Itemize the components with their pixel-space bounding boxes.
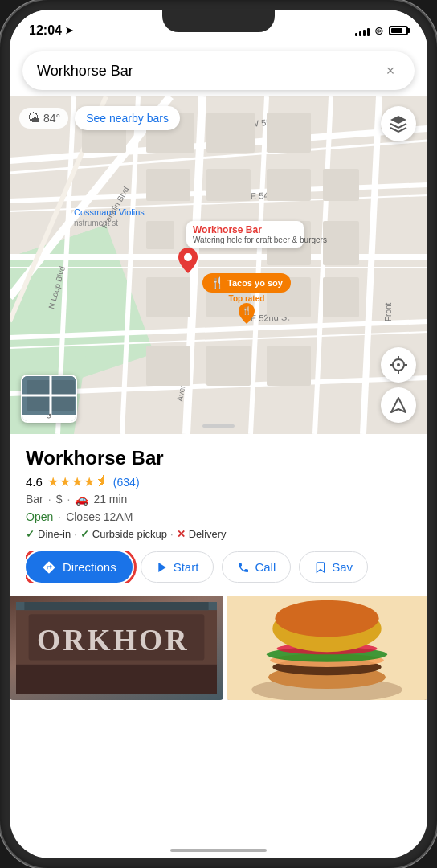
thumbnail-map [22, 376, 77, 415]
save-button[interactable]: Sav [299, 551, 368, 583]
map-pin-tacos[interactable]: 🍴 Tacos yo soy Top rated 🍴 [202, 273, 291, 324]
svg-rect-33 [267, 169, 311, 201]
svg-text:Front: Front [384, 302, 393, 321]
battery-icon [389, 26, 408, 35]
svg-rect-32 [206, 169, 251, 201]
notch [162, 10, 275, 32]
svg-rect-41 [323, 277, 359, 317]
directions-button[interactable]: Directions [26, 551, 133, 583]
svg-rect-66 [16, 665, 217, 694]
svg-rect-37 [323, 221, 359, 265]
map-pin-workhorse[interactable]: Workhorse Bar Watering hole for craft be… [178, 221, 304, 272]
details-row: Bar · $ · 🚗 21 min [26, 493, 411, 506]
close-time: Closes 12AM [66, 510, 133, 523]
svg-rect-43 [206, 346, 251, 386]
phone-icon [237, 561, 250, 574]
svg-rect-34 [323, 169, 359, 201]
photo-exterior[interactable]: ORKHOR [10, 596, 223, 700]
service-delivery: Delivery [189, 528, 227, 540]
svg-text:🍴: 🍴 [242, 305, 252, 316]
service-curbside: Curbside pickup [92, 528, 167, 540]
status-time: 12:04 ➤ [29, 23, 73, 38]
start-button[interactable]: Start [141, 551, 214, 583]
action-buttons-row: Directions Start Call [26, 551, 411, 583]
orange-pin-icon: 🍴 [239, 303, 255, 324]
search-bar[interactable]: Workhorse Bar × [22, 51, 415, 90]
photo-burger[interactable] [227, 596, 427, 700]
map-area[interactable]: W 55th E 54th St E 52nd St N Loop Blvd F… [10, 96, 427, 434]
map-scroll-indicator [202, 424, 235, 428]
phone-frame: 12:04 ➤ ⊛ Workhorse Bar × [0, 0, 437, 868]
category-label: Bar [26, 493, 43, 506]
svg-rect-35 [146, 221, 174, 249]
open-status: Open [26, 510, 53, 523]
svg-rect-42 [146, 346, 190, 386]
svg-point-47 [184, 253, 192, 261]
crosshair-icon [390, 356, 407, 374]
directions-icon [42, 560, 56, 575]
map-layers-button[interactable] [381, 106, 416, 141]
layers-icon [389, 114, 408, 133]
wifi-icon: ⊛ [374, 24, 384, 37]
business-info-panel: Workhorse Bar 4.6 ★ ★ ★ ★ ⯨ (634) Bar · … [10, 434, 427, 583]
star-rating: ★ ★ ★ ★ ⯨ [47, 474, 108, 489]
map-locate-button[interactable] [381, 347, 416, 383]
map-thumbnail[interactable]: ↺ [21, 375, 77, 423]
rating-value: 4.6 [26, 475, 43, 489]
svg-rect-38 [146, 277, 190, 317]
hours-row: Open · Closes 12AM [26, 510, 411, 523]
signal-bars-icon [355, 25, 370, 36]
rating-row: 4.6 ★ ★ ★ ★ ⯨ (634) [26, 474, 411, 489]
start-icon [156, 561, 169, 574]
temperature-display: 84° [43, 112, 60, 125]
services-row: ✓ Dine-in · ✓ Curbside pickup · ✕ Delive… [26, 528, 411, 540]
close-button[interactable]: × [381, 61, 400, 80]
status-icons: ⊛ [355, 24, 408, 37]
svg-marker-55 [391, 398, 406, 412]
svg-marker-60 [158, 563, 165, 572]
home-indicator [170, 849, 267, 852]
call-button[interactable]: Call [222, 551, 291, 583]
navigate-icon [390, 396, 407, 414]
map-navigate-button[interactable] [381, 387, 416, 423]
svg-text:Cossmann Violins: Cossmann Violins [74, 207, 145, 217]
car-icon: 🚗 [75, 493, 88, 506]
business-name: Workhorse Bar [26, 447, 411, 469]
weather-badge: 🌤 84° [19, 108, 68, 129]
red-pin-icon [178, 248, 198, 273]
review-count: (634) [113, 476, 140, 489]
map-controls-top: 🌤 84° See nearby bars [19, 106, 371, 130]
search-text: Workhorse Bar [37, 63, 133, 80]
svg-rect-63 [24, 602, 208, 610]
service-dine-in: Dine-in [38, 528, 71, 540]
svg-rect-31 [146, 169, 190, 201]
svg-text:nstrument st: nstrument st [74, 219, 118, 227]
svg-point-50 [397, 363, 400, 366]
svg-text:ORKHOR: ORKHOR [37, 624, 190, 657]
phone-screen: 12:04 ➤ ⊛ Workhorse Bar × [10, 10, 427, 858]
svg-point-75 [275, 600, 378, 637]
drive-time: 21 min [93, 493, 127, 506]
price-label: $ [56, 493, 63, 506]
nearby-bars-button[interactable]: See nearby bars [75, 106, 180, 130]
location-arrow-icon: ➤ [65, 25, 73, 36]
svg-rect-44 [267, 346, 311, 386]
photo-gallery-row[interactable]: ORKHOR [10, 596, 427, 700]
bookmark-icon [314, 561, 327, 574]
